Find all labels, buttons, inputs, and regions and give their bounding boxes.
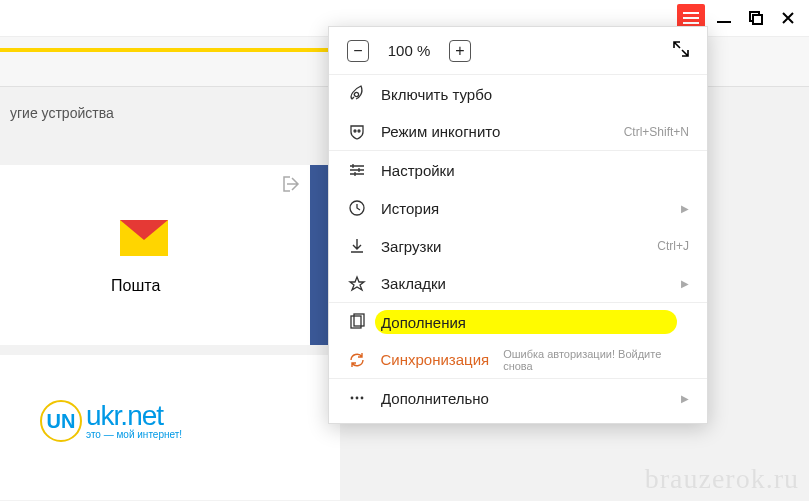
ukrnet-name: ukr.net [86,402,182,430]
chevron-right-icon: ▶ [681,278,689,289]
svg-rect-3 [717,21,731,23]
menu-item-history[interactable]: История ▶ [329,189,707,227]
rocket-icon [347,85,367,103]
speed-dial-card-ukrnet[interactable]: UN ukr.net это — мой интернет! [0,355,340,500]
login-icon[interactable] [282,175,300,196]
menu-item-bookmarks[interactable]: Закладки ▶ [329,265,707,303]
menu-item-label: Режим инкогнито [381,123,610,140]
menu-item-turbo[interactable]: Включить турбо [329,75,707,113]
maximize-button[interactable] [743,5,769,31]
menu-item-label: История [381,200,661,217]
menu-item-label: Загрузки [381,238,643,255]
chevron-right-icon: ▶ [681,203,689,214]
ukrnet-logo-block: UN ukr.net это — мой интернет! [40,400,182,442]
mask-icon [347,123,367,141]
svg-point-10 [351,397,354,400]
menu-item-sync[interactable]: Синхронизация Ошибка авторизации! Войдит… [329,341,707,379]
menu-item-more[interactable]: Дополнительно ▶ [329,379,707,417]
watermark-text: brauzerok.ru [645,463,799,495]
mail-icon [120,220,168,259]
minimize-button[interactable] [711,5,737,31]
sync-icon [347,351,366,369]
menu-item-downloads[interactable]: Загрузки Ctrl+J [329,227,707,265]
menu-item-addons[interactable]: Дополнения [329,303,707,341]
zoom-value: 100 % [383,42,435,59]
speed-dial-card-label: Пошта [111,277,160,295]
menu-item-shortcut: Ctrl+Shift+N [624,125,689,139]
minimize-icon [717,11,731,25]
menu-item-label: Закладки [381,275,661,292]
menu-item-label: Синхронизация [380,351,489,368]
menu-item-settings[interactable]: Настройки [329,151,707,189]
menu-item-label: Дополнительно [381,390,661,407]
ukrnet-logo-icon: UN [40,400,82,442]
download-icon [347,237,367,255]
svg-rect-2 [683,22,699,24]
other-devices-label: угие устройства [10,105,114,121]
menu-item-label: Настройки [381,162,689,179]
address-bar-highlight [0,48,335,52]
menu-item-label: Дополнения [381,314,689,331]
menu-item-label: Включить турбо [381,86,689,103]
menu-item-shortcut: Ctrl+J [657,239,689,253]
sync-error-message: Ошибка авторизации! Войдите снова [503,348,689,372]
sliders-icon [347,161,367,179]
addons-icon [347,313,367,331]
svg-rect-1 [683,17,699,19]
maximize-icon [749,11,763,25]
zoom-out-button[interactable]: − [347,40,369,62]
zoom-in-button[interactable]: + [449,40,471,62]
svg-rect-0 [683,12,699,14]
close-icon [782,12,794,24]
star-icon [347,275,367,293]
close-button[interactable] [775,5,801,31]
clock-icon [347,199,367,217]
svg-rect-5 [753,15,762,24]
chevron-right-icon: ▶ [681,393,689,404]
zoom-row: − 100 % + [329,27,707,75]
dots-icon [347,389,367,407]
fullscreen-button[interactable] [673,41,689,61]
menu-item-incognito[interactable]: Режим инкогнито Ctrl+Shift+N [329,113,707,151]
svg-point-12 [361,397,364,400]
speed-dial-card-mail[interactable]: Пошта [0,165,310,345]
ukrnet-tagline: это — мой интернет! [86,430,182,440]
hamburger-icon [683,11,699,25]
svg-point-11 [356,397,359,400]
main-menu-dropdown: − 100 % + Включить турбо Режим инкогнито… [328,26,708,424]
